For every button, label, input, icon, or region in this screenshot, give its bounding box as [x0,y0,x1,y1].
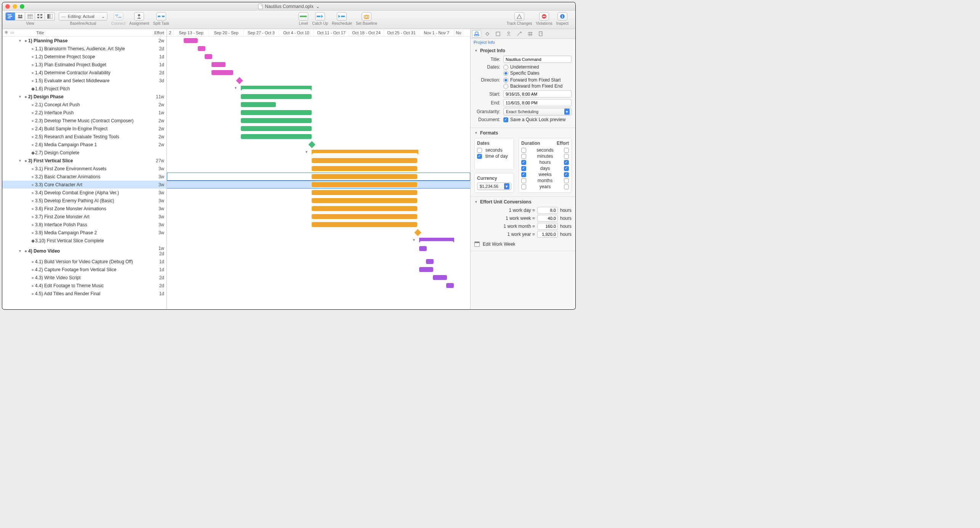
task-row[interactable]: ●3.9) Media Campaign Phase 23w [2,229,167,237]
task-bar[interactable] [241,134,312,139]
timeline-header[interactable]: 2Sep 13 - SepSep 20 - SepSep 27 - Oct 3O… [167,29,470,37]
duration-years-checkbox[interactable] [521,184,526,189]
task-row[interactable]: ◆3.10) First Vertical Slice Complete [2,237,167,245]
timeline-week-header[interactable]: Sep 27 - Oct 3 [244,29,279,36]
task-row[interactable]: ▼●2) Design Phase11w [2,93,167,101]
effort-days-checkbox[interactable] [564,166,569,171]
task-bar[interactable] [312,214,417,219]
inspector-tab-styles[interactable] [493,30,503,38]
duration-days-checkbox[interactable] [521,166,526,171]
task-row[interactable]: ●4.3) Write Video Script2d [2,274,167,282]
conversion-input[interactable] [537,215,558,222]
task-bar[interactable] [312,182,417,187]
gantt-row[interactable] [167,173,470,181]
inspector-tab-milestones[interactable] [483,30,492,38]
split-task-button[interactable] [156,12,166,21]
effort-column-header[interactable]: Effort [150,30,164,35]
gantt-row[interactable] [167,141,470,149]
effort-hours-checkbox[interactable] [564,160,569,165]
set-baseline-button[interactable] [362,12,372,21]
gantt-disclosure-icon[interactable]: ▼ [305,150,308,154]
timeline-week-header[interactable]: Sep 13 - Sep [174,29,209,36]
task-row[interactable]: ▼●3) First Vertical Slice27w [2,157,167,165]
task-row[interactable]: ●1.2) Determine Project Scope1d [2,53,167,61]
task-row[interactable]: ●2.1) Concept Art Push2w [2,101,167,109]
note-column-icon[interactable]: ▭ [10,30,14,35]
task-bar[interactable] [446,283,454,288]
end-date-input[interactable] [503,99,572,106]
zoom-window-button[interactable] [20,4,24,9]
catch-up-button[interactable] [315,12,325,21]
conversion-input[interactable] [537,231,558,238]
effort-minutes-checkbox[interactable] [564,154,569,159]
task-bar[interactable] [241,102,276,107]
start-date-input[interactable] [503,90,572,98]
gantt-row[interactable] [167,282,470,290]
reschedule-button[interactable] [337,12,347,21]
task-row[interactable]: ●1.4) Determine Contractor Availability2… [2,69,167,77]
duration-minutes-checkbox[interactable] [521,154,526,159]
effort-seconds-checkbox[interactable] [564,148,569,153]
duration-seconds-checkbox[interactable] [521,148,526,153]
dates-seconds-checkbox[interactable] [477,148,482,153]
gantt-row[interactable] [167,205,470,213]
task-bar[interactable] [312,206,417,211]
task-row[interactable]: ●4.4) Edit Footage to Theme Music2d [2,282,167,290]
summary-bar[interactable] [419,238,454,241]
dates-timeofday-checkbox[interactable] [477,154,482,159]
task-row[interactable]: ●1.1) Brainstorm Themes, Audience, Art S… [2,45,167,53]
gantt-row[interactable] [167,93,470,101]
track-changes-button[interactable] [514,12,524,21]
gantt-row[interactable] [167,181,470,189]
dates-undetermined-radio[interactable] [503,65,508,70]
edit-work-week-link[interactable]: Edit Work Week [483,242,516,247]
gantt-row[interactable] [167,101,470,109]
task-row[interactable]: ▼●4) Demo Video1w2d [2,245,167,258]
disclosure-triangle-icon[interactable]: ▼ [18,249,24,253]
gantt-row[interactable] [167,197,470,205]
project-title-input[interactable] [503,56,572,63]
inspector-tab-custom[interactable] [525,30,535,38]
task-bar[interactable] [211,62,226,67]
gantt-disclosure-icon[interactable]: ▼ [234,86,237,90]
duration-months-checkbox[interactable] [521,178,526,183]
summary-bar[interactable] [241,86,312,89]
task-row[interactable]: ●3.7) First Zone Monster Art3w [2,213,167,221]
task-row[interactable]: ●1.3) Plan Estimated Project Budget1d [2,61,167,69]
task-row[interactable]: ●3.1) First Zone Environment Assets3w [2,165,167,173]
task-bar[interactable] [211,70,233,75]
direction-backward-radio[interactable] [503,84,508,89]
task-bar[interactable] [241,94,312,99]
currency-select[interactable]: $1,234.56 [477,182,511,190]
inspector-tab-attachments[interactable] [536,30,545,38]
timeline-week-header[interactable]: Oct 4 - Oct 10 [279,29,314,36]
gantt-row[interactable] [167,109,470,117]
task-bar[interactable] [241,126,312,131]
gantt-row[interactable] [167,213,470,221]
view-gantt-button[interactable] [5,12,15,21]
task-row[interactable]: ●2.4) Build Sample In-Engine Project2w [2,125,167,133]
milestone-diamond[interactable] [308,141,315,148]
task-row[interactable]: ◆1.6) Project Pitch [2,85,167,93]
gantt-row[interactable] [167,61,470,69]
project-info-header[interactable]: ▼Project Info [474,48,572,53]
conversion-input[interactable] [537,223,558,230]
timeline-week-header[interactable]: 2 [167,29,174,36]
conversions-header[interactable]: ▼Effort Unit Conversions [474,199,572,205]
milestone-diamond[interactable] [236,77,243,84]
gantt-row[interactable]: ▼ [167,237,470,245]
task-row[interactable]: ●3.6) First Zone Monster Animations3w [2,205,167,213]
task-bar[interactable] [241,118,312,123]
inspect-button[interactable]: i [557,12,567,21]
task-bar[interactable] [433,275,447,280]
effort-months-checkbox[interactable] [564,178,569,183]
task-row[interactable]: ●3.4) Develop Combat Engine (Alpha Ver.)… [2,189,167,197]
task-bar[interactable] [184,38,198,43]
gantt-chart-area[interactable]: 🔍▼ ▼▼▼ [167,37,470,309]
gantt-row[interactable] [167,133,470,141]
gantt-row[interactable]: ▼ [167,149,470,157]
task-bar[interactable] [205,54,212,59]
gantt-row[interactable] [167,69,470,77]
violations-button[interactable] [539,12,549,21]
gantt-row[interactable] [167,165,470,173]
